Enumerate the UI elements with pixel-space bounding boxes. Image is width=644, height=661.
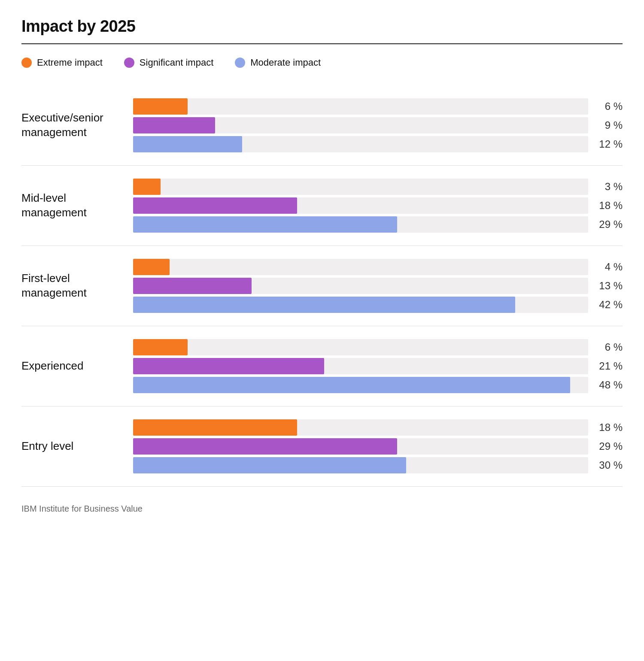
bar-value-entry-level-significant: 29 % — [588, 440, 623, 452]
category-label-mid-level: Mid-levelmanagement — [21, 191, 133, 220]
bar-value-mid-level-moderate: 29 % — [588, 218, 623, 230]
bar-row-first-level-moderate: 42 % — [133, 297, 623, 313]
bar-value-mid-level-significant: 18 % — [588, 200, 623, 212]
category-block-entry-level: Entry level18 %29 %30 % — [21, 406, 623, 487]
bar-row-first-level-significant: 13 % — [133, 278, 623, 294]
bar-row-first-level-extreme: 4 % — [133, 259, 623, 275]
category-block-mid-level: Mid-levelmanagement3 %18 %29 % — [21, 166, 623, 246]
bar-track-mid-level-moderate — [133, 216, 588, 233]
bars-container-first-level: 4 %13 %42 % — [133, 259, 623, 313]
category-label-executive-senior: Executive/seniormanagement — [21, 111, 133, 140]
bar-track-mid-level-extreme — [133, 179, 588, 195]
bar-track-executive-senior-extreme — [133, 98, 588, 115]
bar-fill-experienced-significant — [133, 358, 324, 374]
bar-value-entry-level-moderate: 30 % — [588, 459, 623, 471]
bar-track-executive-senior-moderate — [133, 136, 588, 152]
bar-row-entry-level-moderate: 30 % — [133, 457, 623, 473]
bar-value-first-level-moderate: 42 % — [588, 299, 623, 311]
bar-value-entry-level-extreme: 18 % — [588, 421, 623, 434]
bar-fill-mid-level-extreme — [133, 179, 161, 195]
bar-value-first-level-significant: 13 % — [588, 280, 623, 292]
bars-container-entry-level: 18 %29 %30 % — [133, 419, 623, 473]
bar-track-mid-level-significant — [133, 197, 588, 214]
bar-row-executive-senior-significant: 9 % — [133, 117, 623, 133]
bar-value-experienced-moderate: 48 % — [588, 379, 623, 391]
bar-value-executive-senior-moderate: 12 % — [588, 138, 623, 150]
legend-label-moderate: Moderate impact — [250, 57, 321, 68]
bar-row-executive-senior-extreme: 6 % — [133, 98, 623, 115]
bar-track-entry-level-extreme — [133, 419, 588, 436]
category-block-executive-senior: Executive/seniormanagement6 %9 %12 % — [21, 85, 623, 166]
legend-label-significant: Significant impact — [140, 57, 213, 68]
bar-row-executive-senior-moderate: 12 % — [133, 136, 623, 152]
category-block-first-level: First-levelmanagement4 %13 %42 % — [21, 246, 623, 326]
bar-track-first-level-significant — [133, 278, 588, 294]
legend: Extreme impactSignificant impactModerate… — [21, 57, 623, 68]
bar-fill-entry-level-significant — [133, 438, 397, 455]
bar-row-entry-level-significant: 29 % — [133, 438, 623, 455]
bar-fill-entry-level-moderate — [133, 457, 406, 473]
legend-item-significant: Significant impact — [124, 57, 213, 68]
title-divider — [21, 43, 623, 44]
bar-fill-experienced-extreme — [133, 339, 188, 355]
bar-track-experienced-extreme — [133, 339, 588, 355]
bar-row-mid-level-significant: 18 % — [133, 197, 623, 214]
category-label-experienced: Experienced — [21, 359, 133, 373]
bar-fill-executive-senior-moderate — [133, 136, 242, 152]
bar-value-first-level-extreme: 4 % — [588, 261, 623, 273]
bar-fill-first-level-moderate — [133, 297, 515, 313]
bar-track-first-level-moderate — [133, 297, 588, 313]
category-block-experienced: Experienced6 %21 %48 % — [21, 326, 623, 406]
legend-dot-significant — [124, 58, 134, 68]
bar-value-experienced-extreme: 6 % — [588, 341, 623, 353]
bar-row-entry-level-extreme: 18 % — [133, 419, 623, 436]
bar-value-executive-senior-extreme: 6 % — [588, 100, 623, 112]
bars-container-executive-senior: 6 %9 %12 % — [133, 98, 623, 152]
bar-fill-mid-level-significant — [133, 197, 297, 214]
legend-label-extreme: Extreme impact — [37, 57, 103, 68]
category-label-entry-level: Entry level — [21, 439, 133, 454]
bar-fill-experienced-moderate — [133, 377, 570, 393]
bar-value-executive-senior-significant: 9 % — [588, 119, 623, 131]
bar-row-experienced-extreme: 6 % — [133, 339, 623, 355]
bar-row-mid-level-extreme: 3 % — [133, 179, 623, 195]
bar-value-experienced-significant: 21 % — [588, 360, 623, 372]
chart-section: Executive/seniormanagement6 %9 %12 %Mid-… — [21, 85, 623, 487]
bar-value-mid-level-extreme: 3 % — [588, 181, 623, 193]
bar-fill-entry-level-extreme — [133, 419, 297, 436]
legend-item-extreme: Extreme impact — [21, 57, 103, 68]
bar-track-first-level-extreme — [133, 259, 588, 275]
bar-track-experienced-moderate — [133, 377, 588, 393]
bar-track-executive-senior-significant — [133, 117, 588, 133]
category-label-first-level: First-levelmanagement — [21, 271, 133, 300]
bars-container-mid-level: 3 %18 %29 % — [133, 179, 623, 233]
legend-dot-moderate — [235, 58, 245, 68]
bar-fill-executive-senior-significant — [133, 117, 215, 133]
bar-row-experienced-significant: 21 % — [133, 358, 623, 374]
bar-track-experienced-significant — [133, 358, 588, 374]
bar-track-entry-level-moderate — [133, 457, 588, 473]
bar-track-entry-level-significant — [133, 438, 588, 455]
legend-dot-extreme — [21, 58, 32, 68]
legend-item-moderate: Moderate impact — [235, 57, 321, 68]
bar-row-mid-level-moderate: 29 % — [133, 216, 623, 233]
bars-container-experienced: 6 %21 %48 % — [133, 339, 623, 393]
bar-fill-first-level-extreme — [133, 259, 170, 275]
bar-row-experienced-moderate: 48 % — [133, 377, 623, 393]
bar-fill-executive-senior-extreme — [133, 98, 188, 115]
chart-title: Impact by 2025 — [21, 17, 623, 36]
bar-fill-mid-level-moderate — [133, 216, 397, 233]
footer-text: IBM Institute for Business Value — [21, 504, 623, 514]
bar-fill-first-level-significant — [133, 278, 252, 294]
